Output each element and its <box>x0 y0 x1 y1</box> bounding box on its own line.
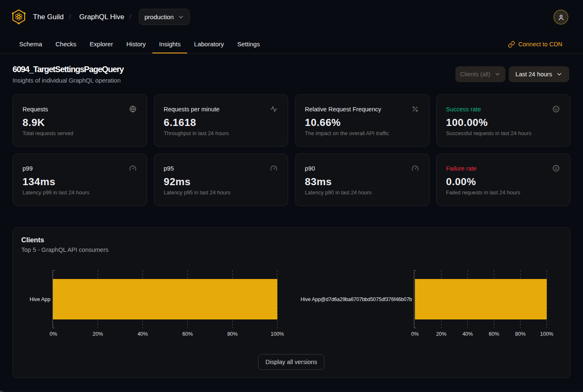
svg-text:0%: 0% <box>411 331 419 337</box>
svg-text:40%: 40% <box>138 331 148 337</box>
svg-text:100%: 100% <box>540 331 553 337</box>
svg-text:60%: 60% <box>489 331 499 337</box>
svg-text:Hive App@d7d6a29ba6707bbd5075d: Hive App@d7d6a29ba6707bbd5075df376f46b07… <box>301 297 412 302</box>
svg-text:80%: 80% <box>227 331 238 337</box>
svg-text:0%: 0% <box>50 331 57 337</box>
svg-text:20%: 20% <box>436 331 447 337</box>
svg-text:100%: 100% <box>271 331 284 337</box>
svg-text:Hive App: Hive App <box>30 297 50 302</box>
svg-text:20%: 20% <box>93 331 103 337</box>
svg-text:80%: 80% <box>515 331 525 337</box>
svg-text:40%: 40% <box>462 331 473 337</box>
svg-text:60%: 60% <box>182 331 193 337</box>
